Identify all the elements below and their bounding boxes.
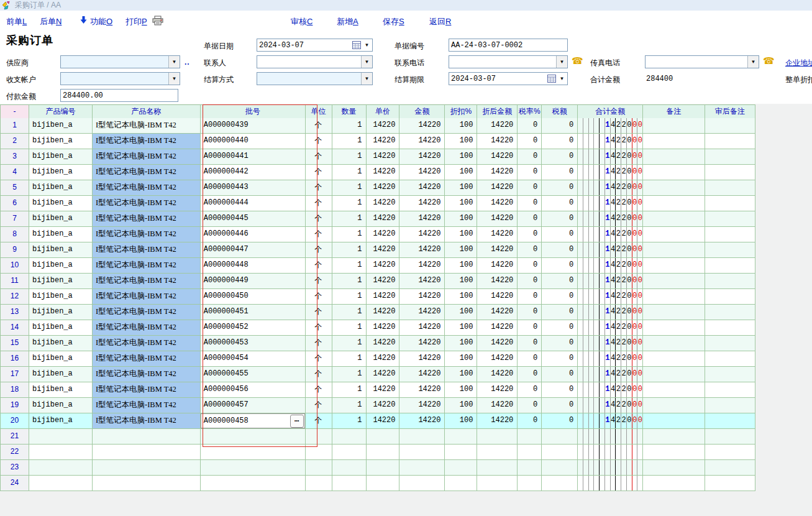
unit-price-cell[interactable]: 14220 [367,274,400,289]
tax-cell[interactable]: 0 [542,351,578,367]
unit-price-cell[interactable] [367,460,400,476]
product-name-cell[interactable]: I型笔记本电脑-IBM T42 [93,367,201,382]
audit-remark-cell[interactable] [705,367,755,382]
product-code-cell[interactable]: bijiben_a [29,196,93,211]
account-input[interactable] [61,73,168,84]
product-name-cell[interactable]: I型笔记本电脑-IBM T42 [93,320,201,336]
tax-rate-cell[interactable]: 0 [518,367,542,382]
batch-no-cell[interactable]: A000000453 [201,336,306,351]
product-name-cell[interactable] [93,445,201,460]
tax-cell[interactable]: 0 [542,180,578,196]
next-order-link[interactable]: 后单N [40,16,62,27]
unit-cell[interactable]: 个 [306,382,332,398]
total-amount-cell[interactable]: 1422000 [578,227,643,242]
contact-phone-dropdown-button[interactable]: ▼ [556,56,567,68]
total-amount-cell[interactable]: 1422000 [578,305,643,320]
batch-no-cell[interactable]: A000000456 [201,382,306,398]
product-name-cell[interactable]: I型笔记本电脑-IBM T42 [93,165,201,180]
product-code-cell[interactable]: bijiben_a [29,367,93,382]
amount-after-discount-cell[interactable] [477,445,518,460]
tax-rate-cell[interactable]: 0 [518,196,542,211]
fax-phone-field[interactable]: ▼ [645,55,759,68]
remark-cell[interactable] [643,367,705,382]
amount-cell[interactable]: 14220 [399,149,445,165]
contact-phone-field[interactable]: ▼ [449,55,568,68]
total-amount-cell[interactable]: 1422000 [578,274,643,289]
row-number-cell[interactable]: 14 [1,320,29,336]
qty-cell[interactable]: 1 [332,398,367,413]
unit-cell[interactable]: 个 [306,134,332,149]
remark-cell[interactable] [643,351,705,367]
qty-cell[interactable]: 1 [332,258,367,274]
batch-no-cell[interactable]: A000000448 [201,258,306,274]
audit-remark-cell[interactable] [705,382,755,398]
unit-cell[interactable] [306,429,332,445]
remark-cell[interactable] [643,476,705,491]
remark-cell[interactable] [643,118,705,134]
discount-cell[interactable]: 100 [445,336,477,351]
product-name-cell[interactable]: I型笔记本电脑-IBM T42 [93,242,201,258]
audit-remark-cell[interactable] [705,336,755,351]
amount-after-discount-cell[interactable]: 14220 [477,165,518,180]
qty-cell[interactable]: 1 [332,211,367,227]
total-amount-cell[interactable] [578,476,643,491]
unit-cell[interactable]: 个 [306,165,332,180]
product-code-cell[interactable]: bijiben_a [29,398,93,413]
unit-price-cell[interactable]: 14220 [367,305,400,320]
product-name-cell[interactable]: I型笔记本电脑-IBM T42 [93,134,201,149]
amount-cell[interactable] [399,476,445,491]
add-new-link[interactable]: 新增A [337,16,358,27]
audit-remark-cell[interactable] [705,211,755,227]
row-number-cell[interactable]: 15 [1,336,29,351]
tax-cell[interactable]: 0 [542,227,578,242]
unit-cell[interactable]: 个 [306,320,332,336]
qty-cell[interactable]: 1 [332,134,367,149]
batch-no-cell[interactable]: A000000446 [201,227,306,242]
print-link[interactable]: 打印P [125,16,147,27]
amount-after-discount-cell[interactable]: 14220 [477,211,518,227]
tax-rate-cell[interactable]: 0 [518,274,542,289]
batch-no-cell[interactable]: A000000451 [201,305,306,320]
unit-price-cell[interactable]: 14220 [367,227,400,242]
unit-price-cell[interactable]: 14220 [367,242,400,258]
audit-remark-cell[interactable] [705,242,755,258]
qty-cell[interactable]: 1 [332,274,367,289]
tax-rate-cell[interactable]: 0 [518,118,542,134]
order-date-field[interactable]: ▼ [257,39,373,52]
qty-cell[interactable] [332,445,367,460]
audit-remark-cell[interactable] [705,134,755,149]
unit-cell[interactable] [306,476,332,491]
unit-price-cell[interactable]: 14220 [367,149,400,165]
amount-after-discount-cell[interactable]: 14220 [477,149,518,165]
unit-price-cell[interactable] [367,429,400,445]
amount-cell[interactable]: 14220 [399,289,445,305]
discount-cell[interactable]: 100 [445,289,477,305]
tax-rate-cell[interactable]: 0 [518,227,542,242]
payment-amount-field[interactable] [60,89,178,102]
amount-after-discount-cell[interactable]: 14220 [477,398,518,413]
product-code-cell[interactable]: bijiben_a [29,165,93,180]
product-code-cell[interactable]: bijiben_a [29,242,93,258]
product-code-cell[interactable] [29,429,93,445]
discount-cell[interactable]: 100 [445,413,477,429]
product-code-cell[interactable]: bijiben_a [29,149,93,165]
amount-cell[interactable]: 14220 [399,180,445,196]
remark-cell[interactable] [643,258,705,274]
product-name-cell[interactable]: I型笔记本电脑-IBM T42 [93,196,201,211]
product-name-cell[interactable]: I型笔记本电脑-IBM T42 [93,149,201,165]
audit-remark-cell[interactable] [705,165,755,180]
amount-after-discount-cell[interactable]: 14220 [477,118,518,134]
qty-cell[interactable]: 1 [332,165,367,180]
settle-method-field[interactable]: ▼ [257,72,373,85]
unit-cell[interactable]: 个 [306,211,332,227]
remark-cell[interactable] [643,429,705,445]
product-code-cell[interactable]: bijiben_a [29,258,93,274]
product-code-cell[interactable]: bijiben_a [29,274,93,289]
unit-cell[interactable] [306,460,332,476]
qty-cell[interactable] [332,460,367,476]
unit-cell[interactable]: 个 [306,258,332,274]
amount-cell[interactable]: 14220 [399,227,445,242]
row-number-cell[interactable]: 1 [1,118,29,134]
row-number-cell[interactable]: 17 [1,367,29,382]
unit-price-cell[interactable]: 14220 [367,118,400,134]
